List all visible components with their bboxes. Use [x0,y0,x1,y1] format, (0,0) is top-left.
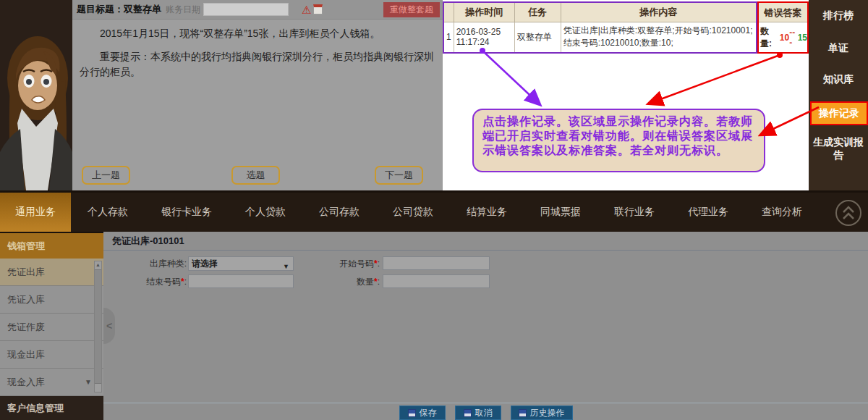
row-task: 双整存单 [514,22,561,53]
sidebar-item-ranking[interactable]: 排行榜 [809,9,868,22]
tab-corporate-deposit[interactable]: 公司存款 [302,193,376,232]
col-header-content: 操作内容 [561,2,757,22]
prev-question-button[interactable]: 上一题 [82,166,130,185]
nav-tabs: 通用业务 个人存款 银行卡业务 个人贷款 公司存款 公司贷款 结算业务 同城票据… [0,193,868,232]
sidebar-group-cashbox[interactable]: 钱箱管理 [0,232,103,259]
cancel-label: 取消 [475,407,493,419]
calendar-icon[interactable] [313,4,323,14]
row-content: 凭证出库|出库种类:双整存单;开始号码:10210001;结束号码:102100… [561,22,757,53]
error-answer-column: 错误答案 数量:10---15 [757,1,809,54]
sidebar-item-operation-records[interactable]: 操作记录 [810,101,868,125]
scrollbar-up-icon[interactable]: ▲ [95,261,101,269]
warning-icon: ⚠ [302,4,311,15]
question-titlebar: 题目标题： 双整存单 账务日期 ⚠ 重做整套题 [72,0,443,20]
tab-bank-card[interactable]: 银行卡业务 [145,193,229,232]
pick-question-button[interactable]: 选题 [231,166,280,185]
left-sidebar: 钱箱管理 凭证出库 凭证入库 凭证作废 现金出库 现金入库▼ ▲ 客户信息管理 [0,232,103,420]
col-header-task: 任务 [514,2,561,22]
sidebar-scrollbar[interactable]: ▲ [94,261,102,392]
operation-records-table: 操作时间 任务 操作内容 1 2016-03-25 11:17:24 双整存单 … [443,1,757,54]
floppy-icon [408,409,416,417]
avatar-panel [0,0,72,190]
sidebar-item-documents[interactable]: 单证 [809,42,868,55]
tutorial-annotation: 点击操作记录。该区域显示操作记录内容。若教师端已开启实时查看对错功能。则在错误答… [472,109,765,172]
question-title-value: 双整存单 [124,3,161,16]
question-title-label: 题目标题： [77,3,124,16]
sidebar-item-knowledge[interactable]: 知识库 [809,73,868,86]
row-time: 2016-03-25 11:17:24 [454,22,514,53]
form-title: 凭证出库-010101 [103,232,868,251]
error-answer-header: 错误答案 [759,3,807,22]
question-panel: 题目标题： 双整存单 账务日期 ⚠ 重做整套题 2015年1月15日，现将“双整… [72,0,443,190]
collapse-chevron-icon[interactable] [835,199,862,227]
row-time-date: 2016-03-25 [456,27,512,37]
question-body: 2015年1月15日，现将“双整存单”15张，出库到柜员个人钱箱。 重要提示：本… [72,20,443,93]
menu-item-cash-in[interactable]: 现金入库▼ [0,369,103,396]
col-header-num [443,2,454,22]
end-number-input[interactable] [188,274,294,288]
start-number-label: 开始号码*: [300,256,380,271]
out-type-selected-value: 请选择 [192,259,218,269]
quantity-label: 数量*: [300,274,380,289]
start-number-input[interactable] [383,256,490,270]
question-paragraph: 2015年1月15日，现将“双整存单”15张，出库到柜员个人钱箱。 [80,26,435,42]
error-answer-cell: 数量:10---15 [759,22,807,52]
tab-personal-loan[interactable]: 个人贷款 [229,193,302,232]
avatar [0,0,72,190]
error-label: 数量: [760,25,780,50]
end-number-label: 结束号码*: [107,274,187,289]
floppy-icon [464,409,472,417]
save-label: 保存 [420,407,437,419]
tab-local-bills[interactable]: 同城票据 [524,193,597,232]
main-navbar: 通用业务 个人存款 银行卡业务 个人贷款 公司存款 公司贷款 结算业务 同城票据… [0,190,868,232]
col-header-time: 操作时间 [454,2,514,22]
menu-item-voucher-in[interactable]: 凭证入库 [0,286,103,314]
dropdown-arrow-icon: ▼ [283,260,289,273]
row-num: 1 [443,22,454,53]
redo-set-button[interactable]: 重做整套题 [383,2,440,17]
main-content: 凭证出库-010101 出库种类: 请选择 ▼ 开始号码*: 结束号码*: 数量… [103,232,868,420]
app-root: 题目标题： 双整存单 账务日期 ⚠ 重做整套题 2015年1月15日，现将“双整… [0,0,868,420]
wrong-value: 10 [780,33,789,43]
right-sidebar: 排行榜 单证 知识库 操作记录 生成实训报告 [809,0,868,190]
menu-item-voucher-out[interactable]: 凭证出库 [0,259,103,286]
menu-item-voucher-void[interactable]: 凭证作废 [0,314,103,341]
tab-general-business[interactable]: 通用业务 [0,193,71,232]
tab-interbank[interactable]: 联行业务 [597,193,671,232]
history-button[interactable]: 历史操作 [511,406,573,420]
question-notice: 重要提示：本系统中的我行均指典阅银行深圳分行，柜员均指典阅银行深圳分行的柜员。 [80,49,435,80]
tab-personal-deposit[interactable]: 个人存款 [71,193,145,232]
scrollbar-thumb[interactable] [95,269,101,384]
footer-button-bar: 保存 取消 历史操作 [103,403,868,420]
sidebar-group-customer-info[interactable]: 客户信息管理 [0,396,103,420]
scrollbar-down-icon[interactable]: ▼ [85,369,92,396]
save-button[interactable]: 保存 [399,406,446,420]
menu-item-label: 现金入库 [7,377,45,387]
booking-date-input[interactable] [203,3,289,16]
sidebar-collapse-icon[interactable]: < [103,308,115,344]
error-separator: --- [789,28,797,48]
tab-agency[interactable]: 代理业务 [671,193,745,232]
next-question-button[interactable]: 下一题 [375,166,423,185]
quantity-input[interactable] [383,274,490,288]
table-row: 1 2016-03-25 11:17:24 双整存单 凭证出库|出库种类:双整存… [443,22,757,53]
out-type-select[interactable]: 请选择 ▼ [188,256,294,271]
correct-value: 15 [798,33,807,43]
history-label: 历史操作 [530,407,565,419]
tab-query-analysis[interactable]: 查询分析 [745,193,819,232]
menu-item-cash-out[interactable]: 现金出库 [0,341,103,369]
cancel-button[interactable]: 取消 [455,406,501,420]
tab-settlement[interactable]: 结算业务 [450,193,524,232]
out-type-label: 出库种类: [107,256,187,271]
operation-records-area: 操作时间 任务 操作内容 1 2016-03-25 11:17:24 双整存单 … [443,0,809,190]
booking-date-label: 账务日期 [166,4,200,16]
floppy-icon [519,409,527,417]
sidebar-menu: 凭证出库 凭证入库 凭证作废 现金出库 现金入库▼ ▲ [0,259,103,396]
row-time-clock: 11:17:24 [456,37,512,47]
sidebar-item-training-report[interactable]: 生成实训报告 [809,136,868,162]
tab-corporate-loan[interactable]: 公司贷款 [376,193,450,232]
